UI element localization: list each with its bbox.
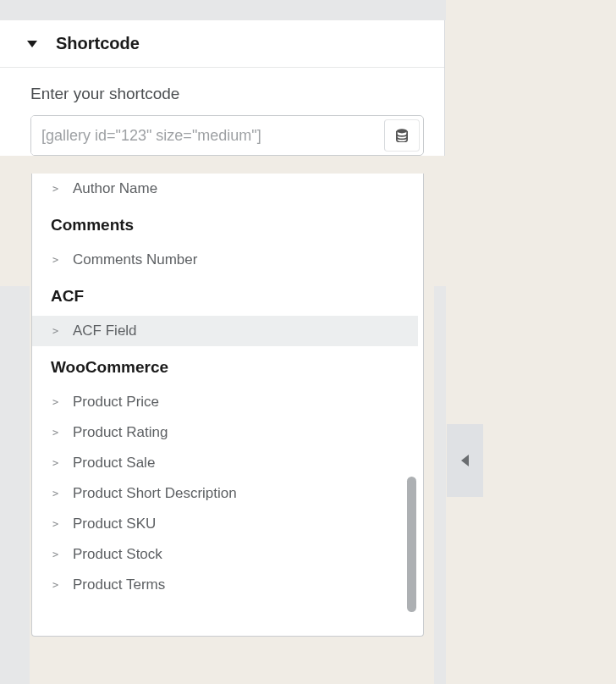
top-bar [0,0,434,20]
dropdown-item-label: Product Rating [73,424,168,441]
database-icon [396,129,408,142]
chevron-right-icon: > [52,183,61,195]
chevron-right-icon: > [52,549,61,560]
chevron-right-icon: > [52,457,61,469]
chevron-right-icon: > [52,518,61,530]
shortcode-input-row [30,115,424,156]
dropdown-group-header: ACF [32,275,418,316]
dropdown-item[interactable]: >Author Name [32,174,418,204]
dropdown-item[interactable]: >Product SKU [32,509,418,539]
scrollbar-thumb[interactable] [407,477,416,612]
gray-left-strip [0,286,30,684]
caret-down-icon [27,41,37,47]
dropdown-item[interactable]: >Product Terms [32,570,418,600]
dropdown-item-label: Product Price [73,394,159,411]
dropdown-item[interactable]: >Product Stock [32,539,418,570]
dropdown-item[interactable]: >Product Rating [32,417,418,448]
dropdown-item-label: Comments Number [73,251,197,268]
chevron-right-icon: > [52,396,61,408]
dropdown-item-label: Author Name [73,180,157,197]
shortcode-input[interactable] [31,116,384,155]
chevron-right-icon: > [52,427,61,439]
collapse-panel-tab[interactable] [447,424,483,497]
dropdown-item-label: Product SKU [73,516,156,532]
gray-strip [434,0,446,20]
dropdown-item-label: Product Short Description [73,485,237,502]
dropdown-item-label: Product Terms [73,576,165,593]
dropdown-scroll[interactable]: >Author NameComments>Comments NumberACF>… [32,174,423,636]
chevron-right-icon: > [52,579,61,591]
dropdown-item-label: Product Sale [73,455,155,472]
shortcode-panel: Shortcode Enter your shortcode [0,20,445,156]
dropdown-item[interactable]: >Product Price [32,387,418,417]
dropdown-group-header: Comments [32,204,418,245]
dropdown-item[interactable]: >Product Short Description [32,478,418,509]
dynamic-tags-dropdown: >Author NameComments>Comments NumberACF>… [31,174,424,637]
gray-right-strip [434,286,446,684]
dropdown-group-header: WooCommerce [32,346,418,387]
chevron-right-icon: > [52,325,61,337]
chevron-right-icon: > [52,488,61,499]
dropdown-item[interactable]: >Comments Number [32,245,418,275]
panel-body: Enter your shortcode [0,68,444,156]
field-label: Enter your shortcode [30,85,424,103]
panel-title: Shortcode [56,34,140,53]
dropdown-item-label: ACF Field [73,323,137,339]
svg-point-0 [397,129,407,133]
chevron-right-icon: > [52,254,61,266]
chevron-left-icon [461,455,469,466]
dropdown-item[interactable]: >Product Sale [32,448,418,478]
panel-header[interactable]: Shortcode [0,20,444,68]
dropdown-item[interactable]: >ACF Field [32,316,418,346]
dynamic-tags-button[interactable] [384,119,420,152]
dropdown-item-label: Product Stock [73,546,162,563]
